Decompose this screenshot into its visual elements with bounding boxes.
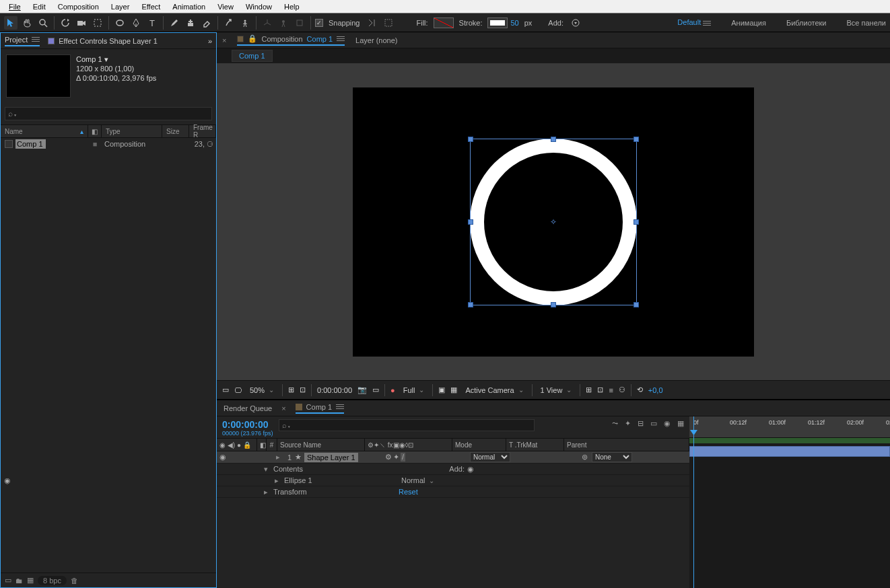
ellipse-row[interactable]: ◉ ▸Ellipse 1 Normal <box>217 475 689 486</box>
add-content-button[interactable]: ◉ <box>467 465 474 474</box>
roto-brush-tool[interactable] <box>222 16 236 30</box>
exposure-value[interactable]: +0,0 <box>648 386 663 394</box>
time-ruler[interactable]: 0f 00:12f 01:00f 01:12f 02:00f 02:12f 03… <box>689 416 890 438</box>
show-snapshot-icon[interactable]: ▭ <box>372 385 379 394</box>
camera-tool[interactable] <box>75 16 88 30</box>
ellipse-mode-dropdown[interactable]: Normal <box>399 476 437 484</box>
close-tab-icon[interactable]: × <box>281 404 285 412</box>
menu-layer[interactable]: Layer <box>105 1 136 12</box>
delete-icon[interactable]: 🗑 <box>71 577 78 585</box>
label-column-icon[interactable]: ◧ <box>88 125 102 137</box>
channel-icon[interactable]: ● <box>390 386 395 394</box>
menu-effect[interactable]: Effect <box>135 1 166 12</box>
resize-handle[interactable] <box>634 219 639 225</box>
view-axis-tool[interactable] <box>293 16 306 30</box>
camera-dropdown[interactable]: Active Camera <box>463 386 526 394</box>
blend-mode-dropdown[interactable]: Normal <box>470 452 510 462</box>
pickwhip-icon[interactable]: ⊚ <box>582 453 588 462</box>
fill-swatch[interactable] <box>434 17 454 28</box>
playhead[interactable] <box>693 416 694 588</box>
workspace-libraries[interactable]: Библиотеки <box>786 19 827 27</box>
eraser-tool[interactable] <box>200 16 213 30</box>
close-tab-icon[interactable]: × <box>222 36 226 44</box>
hand-tool[interactable] <box>20 16 34 30</box>
project-item-comp1[interactable]: Comp 1 ■ Composition 23, ⚆ <box>1 138 216 150</box>
pixel-aspect-icon[interactable]: ⊞ <box>586 385 592 394</box>
rectangle-tool[interactable] <box>113 16 127 30</box>
stroke-width-value[interactable]: 50 <box>510 19 518 27</box>
effect-controls-tab[interactable]: Effect Controls Shape Layer 1 <box>48 37 158 45</box>
render-queue-tab[interactable]: Render Queue <box>224 404 272 412</box>
graph-editor-icon[interactable]: ▦ <box>677 419 684 428</box>
resize-handle[interactable] <box>551 302 556 307</box>
snap-edge-icon[interactable] <box>366 16 379 30</box>
magnification-icon[interactable]: 🖵 <box>234 386 242 394</box>
timeline-icon[interactable]: ≡ <box>609 386 613 394</box>
timeline-search[interactable]: ⌕▾ <box>279 419 535 431</box>
parent-dropdown[interactable]: None <box>592 452 632 462</box>
view-layout-dropdown[interactable]: 1 View <box>538 386 575 394</box>
world-axis-tool[interactable] <box>277 16 290 30</box>
selection-tool[interactable] <box>4 16 18 30</box>
resize-handle[interactable] <box>468 302 473 307</box>
menu-file[interactable]: File <box>3 1 27 12</box>
breadcrumb-comp1[interactable]: Comp 1 <box>232 50 273 62</box>
workspace-animation[interactable]: Анимация <box>731 19 766 27</box>
menu-edit[interactable]: Edit <box>27 1 52 12</box>
add-shape-button[interactable] <box>569 16 582 30</box>
workspace-all-panels[interactable]: Все панели <box>847 19 886 27</box>
layer-tab[interactable]: Layer (none) <box>355 36 397 44</box>
current-time-display[interactable]: 0:00:00:00 <box>317 386 352 394</box>
zoom-dropdown[interactable]: 50% <box>247 386 277 394</box>
motion-blur-icon[interactable]: ◉ <box>664 419 671 428</box>
bpc-toggle[interactable]: 8 bpc <box>38 576 67 585</box>
reset-exposure-icon[interactable]: ⟲ <box>637 385 643 394</box>
snap-inside-icon[interactable] <box>382 16 395 30</box>
pan-behind-tool[interactable] <box>91 16 104 30</box>
hide-shy-icon[interactable]: ⊟ <box>638 419 644 428</box>
always-preview-icon[interactable]: ▭ <box>222 385 229 394</box>
menu-view[interactable]: View <box>211 1 240 12</box>
orbit-tool[interactable] <box>59 16 72 30</box>
visibility-toggle[interactable]: ◉ <box>219 453 226 461</box>
pen-tool[interactable] <box>129 16 143 30</box>
resize-handle[interactable] <box>468 219 473 225</box>
fast-previews-icon[interactable]: ⊡ <box>597 385 603 394</box>
resize-handle[interactable] <box>634 137 639 142</box>
layer-row-shape-layer-1[interactable]: ◉ ▸ 1 ★Shape Layer 1 ⚙✦/ Normal ⊚None <box>217 451 689 464</box>
flowchart-icon[interactable]: ⚆ <box>207 140 213 148</box>
transform-row[interactable]: ▸Transform Reset <box>217 486 689 498</box>
resize-handle[interactable] <box>551 137 556 142</box>
new-folder-icon[interactable]: 🖿 <box>15 577 23 585</box>
layer-duration-bar[interactable] <box>689 446 890 457</box>
draft-3d-icon[interactable]: ✦ <box>625 419 631 428</box>
timeline-comp-tab[interactable]: Comp 1 <box>296 403 345 414</box>
snapshot-icon[interactable]: 📷 <box>357 385 367 394</box>
menu-window[interactable]: Window <box>240 1 278 12</box>
puppet-tool[interactable] <box>238 16 252 30</box>
snapping-checkbox[interactable]: ✓ <box>315 19 323 27</box>
menu-help[interactable]: Help <box>278 1 306 12</box>
resize-handle[interactable] <box>634 302 639 307</box>
menu-composition[interactable]: Composition <box>52 1 105 12</box>
workspace-default[interactable]: Default <box>677 18 711 27</box>
menu-animation[interactable]: Animation <box>166 1 211 12</box>
stroke-swatch[interactable] <box>487 17 508 28</box>
reset-transform-link[interactable]: Reset <box>399 488 418 496</box>
visibility-toggle[interactable]: ◉ <box>4 476 11 485</box>
contents-row[interactable]: ▾Contents Add: ◉ <box>217 464 689 475</box>
composition-canvas[interactable]: ✧ <box>353 87 754 357</box>
zoom-tool[interactable] <box>36 16 50 30</box>
composition-tab[interactable]: 🔒Composition Comp 1 <box>237 34 345 46</box>
frame-blend-icon[interactable]: ▭ <box>650 419 657 428</box>
clone-stamp-tool[interactable] <box>184 16 197 30</box>
project-search[interactable]: ⌕▾ <box>5 107 212 120</box>
local-axis-tool[interactable] <box>261 16 274 30</box>
current-timecode[interactable]: 0:00:00:00 <box>222 419 273 430</box>
guides-icon[interactable]: ⊡ <box>300 385 306 394</box>
transparency-grid-icon[interactable]: ▦ <box>450 385 457 394</box>
anchor-point-icon[interactable]: ✧ <box>550 217 557 227</box>
comp-mini-flowchart-icon[interactable]: ⤳ <box>612 419 618 428</box>
type-tool[interactable]: T <box>145 16 159 30</box>
brush-tool[interactable] <box>168 16 181 30</box>
